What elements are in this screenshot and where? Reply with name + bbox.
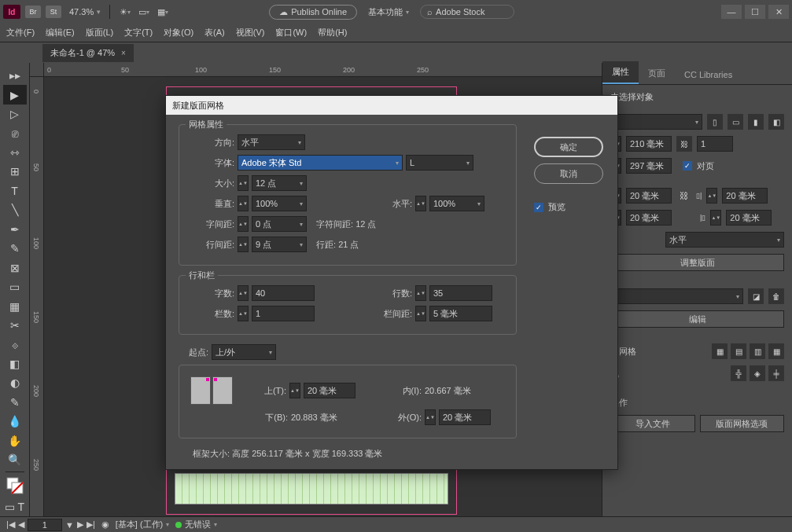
object-style-combo[interactable]: ▾ [610, 288, 743, 304]
track-spinner[interactable]: ▲▼ [238, 216, 249, 232]
margin-top-field[interactable]: 20 毫米 [626, 188, 672, 204]
top-field[interactable]: 20 毫米 [304, 383, 355, 398]
tab-pages[interactable]: 页面 [639, 63, 675, 84]
cols-field[interactable]: 1 [252, 306, 315, 321]
horizontal-scale-combo[interactable]: 100%▾ [429, 196, 484, 211]
guide-icon-1[interactable]: ╬ [731, 365, 746, 381]
outside-spinner[interactable]: ▲▼ [425, 409, 436, 425]
horz-spinner[interactable]: ▲▼ [415, 196, 426, 211]
minimize-button[interactable]: — [721, 5, 742, 19]
vert-spinner[interactable]: ▲▼ [238, 196, 249, 211]
grid-icon-1[interactable]: ▦ [712, 343, 728, 359]
document-tab[interactable]: 未命名-1 @ 47%× [42, 44, 134, 62]
hand-tool[interactable]: ✋ [3, 431, 27, 450]
chars-spinner[interactable]: ▲▼ [238, 285, 249, 301]
width-field[interactable]: 210 毫米 [626, 136, 672, 152]
menu-help[interactable]: 帮助(H) [318, 27, 347, 39]
preview-checkbox[interactable]: ✓预览 [534, 201, 603, 213]
margin-spinner-2[interactable]: ▲▼ [706, 188, 717, 204]
adjust-layout-button[interactable]: 调整版面 [610, 254, 784, 271]
stock-search-input[interactable]: ⌕Adobe Stock [420, 5, 514, 19]
page-tool[interactable]: ⎚ [3, 123, 27, 142]
size-combo[interactable]: 12 点▾ [252, 175, 307, 191]
grid-tool[interactable]: ▦ [3, 296, 27, 315]
lines-spinner[interactable]: ▲▼ [415, 285, 426, 301]
facing-pages-checkbox[interactable]: ✓对页 [683, 160, 714, 172]
chars-field[interactable]: 40 [252, 285, 315, 301]
origin-combo[interactable]: 上/外▾ [212, 344, 276, 360]
menu-window[interactable]: 窗口(W) [275, 27, 307, 39]
font-weight-combo[interactable]: L▾ [406, 155, 473, 171]
direction-combo[interactable]: 水平▾ [665, 232, 784, 248]
link-margins-icon[interactable]: ⛓ [680, 191, 688, 200]
menu-file[interactable]: 文件(F) [6, 27, 35, 39]
tracking-combo[interactable]: 0 点▾ [252, 216, 307, 232]
leading-combo[interactable]: 9 点▾ [252, 237, 307, 252]
tab-cc-libraries[interactable]: CC Libraries [675, 65, 742, 84]
master-page-label[interactable]: [基本] (工作)▾ [116, 519, 170, 530]
fill-stroke-swatch[interactable] [3, 473, 27, 497]
margin-bottom-field[interactable]: 20 毫米 [626, 210, 672, 226]
workspace-switcher[interactable]: 基本功能▾ [368, 6, 409, 18]
horizontal-ruler[interactable]: 0 50 100 150 200 250 [44, 63, 602, 77]
orientation-portrait-icon[interactable]: ▯ [707, 114, 723, 130]
import-file-button[interactable]: 导入文件 [610, 415, 695, 432]
gutter-spinner[interactable]: ▲▼ [415, 306, 426, 321]
rectangle-frame-tool[interactable]: ⊠ [3, 259, 27, 277]
free-transform-tool[interactable]: ⟐ [3, 335, 27, 354]
spread-icon[interactable]: ◉ [101, 519, 109, 530]
note-tool[interactable]: ✎ [3, 393, 27, 412]
edit-button[interactable]: 编辑 [610, 310, 784, 328]
gradient-swatch-tool[interactable]: ◧ [3, 354, 27, 373]
menu-edit[interactable]: 编辑(E) [46, 27, 75, 39]
guide-icon-3[interactable]: ╪ [768, 365, 784, 381]
ok-button[interactable]: 确定 [534, 137, 603, 157]
new-style-icon[interactable]: ◪ [748, 288, 764, 304]
direction-combo[interactable]: 水平▾ [238, 134, 305, 150]
ruler-origin[interactable] [30, 63, 44, 77]
vertical-ruler[interactable]: 0 50 100 150 200 250 [30, 77, 44, 516]
maximize-button[interactable]: ☐ [745, 5, 765, 19]
cols-spinner[interactable]: ▲▼ [238, 306, 249, 321]
view-options-icon[interactable]: ☀▾ [118, 5, 132, 19]
height-field[interactable]: 297 毫米 [626, 158, 672, 174]
page-navigator[interactable]: |◀◀1▼▶▶| [6, 519, 95, 531]
scissors-tool[interactable]: ✂ [3, 316, 27, 335]
lines-field[interactable]: 35 [429, 285, 492, 301]
tab-properties[interactable]: 属性 [602, 61, 639, 84]
outside-field[interactable]: 20 毫米 [439, 409, 491, 425]
pen-tool[interactable]: ✒ [3, 220, 27, 239]
page-size-combo[interactable]: ▾ [610, 114, 702, 130]
delete-style-icon[interactable]: 🗑 [768, 288, 784, 304]
close-tab-icon[interactable]: × [121, 49, 126, 57]
page-icon-a[interactable]: ▮ [748, 114, 764, 130]
num-field[interactable]: 1 [697, 136, 733, 152]
grid-icon-3[interactable]: ▥ [750, 343, 765, 359]
layout-grid-options-button[interactable]: 版面网格选项 [700, 415, 785, 432]
eyedropper-tool[interactable]: 💧 [3, 412, 27, 431]
close-button[interactable]: ✕ [768, 5, 789, 19]
stock-icon[interactable]: St [46, 6, 61, 18]
gradient-feather-tool[interactable]: ◐ [3, 373, 27, 392]
link-icon[interactable]: ⛓ [676, 136, 692, 152]
preflight-status[interactable]: 无错误▾ [175, 519, 217, 530]
line-tool[interactable]: ╲ [3, 200, 27, 219]
margin-outside-field[interactable]: 20 毫米 [726, 210, 772, 226]
lead-spinner[interactable]: ▲▼ [238, 237, 249, 252]
font-family-combo[interactable]: Adobe 宋体 Std▾ [238, 155, 403, 171]
guide-icon-2[interactable]: ◈ [750, 365, 765, 381]
selection-tool[interactable]: ▶ [3, 85, 27, 104]
margin-inside-field[interactable]: 20 毫米 [722, 188, 768, 204]
publish-online-button[interactable]: ☁Publish Online [269, 5, 357, 20]
cancel-button[interactable]: 取消 [534, 163, 603, 184]
type-tool[interactable]: T [3, 182, 27, 200]
rectangle-tool[interactable]: ▭ [3, 277, 27, 296]
formatting-container-icon[interactable]: ▭ T [3, 497, 27, 516]
page-icon-b[interactable]: ◧ [768, 114, 784, 130]
vertical-scale-combo[interactable]: 100%▾ [252, 196, 307, 211]
gutter-field[interactable]: 5 毫米 [429, 306, 492, 321]
menu-type[interactable]: 文字(T) [124, 27, 153, 39]
gap-tool[interactable]: ⇿ [3, 143, 27, 162]
screen-mode-icon[interactable]: ▭▾ [137, 5, 151, 19]
grid-icon-4[interactable]: ▦ [768, 343, 784, 359]
